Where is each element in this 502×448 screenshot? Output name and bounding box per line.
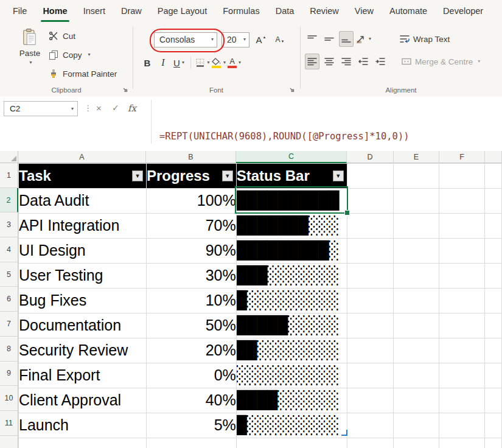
select-all-button[interactable] [0,151,18,163]
align-left-button[interactable] [305,54,319,69]
cell-empty[interactable] [394,213,439,238]
row-header-3[interactable]: 3 [0,212,18,237]
cell-empty[interactable] [394,288,439,313]
align-right-button[interactable] [339,54,354,69]
cell-empty[interactable] [485,363,502,388]
cell-empty[interactable] [439,213,485,238]
row-header-11[interactable]: 11 [0,411,18,436]
cell-progress[interactable]: 100% [146,188,236,213]
row-header-9[interactable]: 9 [0,362,18,387]
cell-empty[interactable] [485,238,502,263]
orientation-button[interactable]: ab ▾ [356,31,371,47]
cut-button[interactable]: Cut [49,29,117,43]
cell-empty[interactable] [485,313,502,338]
cell-empty[interactable] [19,438,147,448]
cell-empty[interactable] [439,288,485,313]
formula-bar-drag-handle[interactable]: ⋮ [84,103,92,113]
column-header-b[interactable]: B [146,151,236,163]
cell-empty[interactable] [439,164,485,189]
decrease-font-size-button[interactable]: A▼ [273,32,287,47]
bold-button[interactable]: B [140,55,155,71]
cell-empty[interactable] [394,413,439,438]
cell-status-bar[interactable]: ████░░░░░░ [236,388,347,413]
cancel-button[interactable]: × [96,103,102,113]
table-header-progress[interactable]: Progress ▾ [146,164,236,189]
column-header-e[interactable]: E [394,151,439,163]
row-header-10[interactable]: 10 [0,386,18,411]
enter-button[interactable]: ✓ [112,103,119,113]
ribbon-tab-draw[interactable]: Draw [113,0,150,22]
cell-task[interactable]: Client Approval [19,388,147,413]
table-header-task[interactable]: Task ▾ [19,164,147,189]
cell-status-bar[interactable]: ███░░░░░░░ [236,263,347,288]
cell-task[interactable]: Security Review [19,338,147,363]
cell-empty[interactable] [236,438,347,448]
cell-empty[interactable] [439,388,485,413]
borders-button[interactable]: ▾ [195,55,210,71]
row-header-6[interactable]: 6 [0,287,18,312]
cell-empty[interactable] [394,238,439,263]
font-color-button[interactable]: A ▾ [227,55,242,71]
bottom-align-button[interactable] [339,31,354,47]
cell-empty[interactable] [485,288,502,313]
cell-task[interactable]: Final Export [19,363,147,388]
cell-empty[interactable] [347,188,394,213]
copy-button[interactable]: Copy ▾ [49,48,117,61]
filter-button[interactable]: ▾ [333,170,344,181]
decrease-indent-button[interactable] [356,54,371,69]
cell-empty[interactable] [394,313,439,338]
cell-empty[interactable] [439,438,485,448]
column-header-d[interactable]: D [347,151,394,163]
align-center-button[interactable] [322,54,336,69]
row-header-12-partial[interactable] [0,436,18,448]
italic-button[interactable]: I [156,55,170,71]
cell-empty[interactable] [347,438,394,448]
cell-empty[interactable] [347,313,394,338]
cell-progress[interactable]: 20% [146,338,236,363]
cell-empty[interactable] [485,188,502,213]
insert-function-button[interactable]: fx [128,103,136,114]
cell-status-bar[interactable]: █████████░ [236,238,347,263]
cell-status-bar[interactable]: █░░░░░░░░░ [236,413,347,438]
cell-progress[interactable]: 50% [146,313,236,338]
cell-empty[interactable] [439,313,485,338]
cell-empty[interactable] [394,263,439,288]
column-header-g-partial[interactable] [485,151,502,163]
cell-progress[interactable]: 70% [146,213,236,238]
cell-status-bar[interactable]: ░░░░░░░░░░ [236,363,347,388]
cell-status-bar[interactable]: █████░░░░░ [236,313,347,338]
cell-task[interactable]: Documentation [19,313,147,338]
cell-empty[interactable] [347,388,394,413]
cell-empty[interactable] [439,413,485,438]
cell-empty[interactable] [394,438,439,448]
clipboard-dialog-launcher-icon[interactable] [122,86,128,93]
cell-empty[interactable] [485,413,502,438]
row-header-1[interactable]: 1 [0,163,18,188]
cell-empty[interactable] [394,388,439,413]
ribbon-tab-data[interactable]: Data [268,0,302,22]
column-header-f[interactable]: F [439,151,485,163]
ribbon-tab-developer[interactable]: Developer [435,0,491,22]
increase-font-size-button[interactable]: A▲ [254,32,268,47]
cell-empty[interactable] [485,388,502,413]
row-header-8[interactable]: 8 [0,337,18,362]
cell-empty[interactable] [485,164,502,189]
font-name-combobox[interactable]: Consolas ▾ [154,32,217,47]
column-header-c[interactable]: C [236,151,347,163]
row-header-5[interactable]: 5 [0,262,18,287]
column-header-a[interactable]: A [18,151,146,163]
format-painter-button[interactable]: Format Painter [49,67,117,80]
cell-empty[interactable] [485,263,502,288]
row-header-2[interactable]: 2 [0,188,18,213]
cell-progress[interactable]: 30% [146,263,236,288]
cell-empty[interactable] [347,263,394,288]
cell-empty[interactable] [347,363,394,388]
cell-progress[interactable]: 90% [146,238,236,263]
cell-status-bar[interactable]: ██░░░░░░░░ [236,338,347,363]
cell-empty[interactable] [439,238,485,263]
cell-progress[interactable]: 40% [146,388,236,413]
ribbon-tab-home[interactable]: Home [35,0,75,22]
paste-button[interactable]: Paste ▾ [13,28,46,89]
ribbon-tab-review[interactable]: Review [302,0,347,22]
cell-empty[interactable] [394,363,439,388]
